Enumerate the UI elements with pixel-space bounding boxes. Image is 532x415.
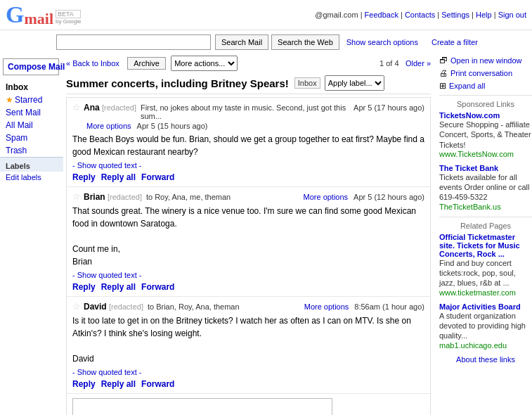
ad-link-2[interactable]: The Ticket Bank bbox=[439, 164, 498, 172]
search-input[interactable] bbox=[56, 34, 211, 50]
older-link[interactable]: Older » bbox=[406, 59, 431, 68]
search-web-button[interactable]: Search the Web bbox=[271, 34, 339, 50]
by-google: by Google bbox=[56, 18, 81, 25]
email-header-2: ☆ Brian [redacted] to Roy, Ana, me, them… bbox=[72, 191, 424, 202]
open-new-window-link[interactable]: Open in new window bbox=[450, 56, 522, 65]
signout-link[interactable]: Sign out bbox=[498, 11, 526, 19]
right-divider-2 bbox=[439, 217, 532, 217]
more-options-2[interactable]: More options bbox=[304, 193, 349, 201]
email-sender-2: Brian [redacted] bbox=[84, 192, 142, 202]
user-email: @gmail.com bbox=[315, 11, 358, 19]
related-desc-1: Find and buy concert tickets:rock, pop, … bbox=[439, 258, 532, 288]
related-pages-label: Related Pages bbox=[439, 222, 532, 230]
show-quoted-2[interactable]: - Show quoted text - bbox=[72, 271, 424, 279]
thread-nav-left: « Back to Inbox Archive More actions... bbox=[66, 56, 238, 71]
related-title-2: Major Activities Board bbox=[439, 302, 532, 311]
related-url-1: www.ticketmaster.com bbox=[439, 288, 532, 297]
print-conversation-item: 🖨 Print conversation bbox=[439, 68, 532, 78]
related-link-2[interactable]: Major Activities Board bbox=[439, 302, 521, 311]
email-block-2: ☆ Brian [redacted] to Roy, Ana, me, them… bbox=[67, 187, 430, 297]
reply-3[interactable]: Reply bbox=[72, 379, 96, 389]
thread-body: ☆ Ana [redacted] First, no jokes about m… bbox=[66, 97, 431, 415]
ad-desc-2: Tickets available for all events Order o… bbox=[439, 172, 532, 203]
email-body-1: The Beach Boys would be fun. Brian, shou… bbox=[72, 133, 424, 158]
search-bar: Search Mail Search the Web Show search o… bbox=[0, 30, 532, 53]
create-filter-link[interactable]: Create a filter bbox=[432, 38, 478, 46]
compose-button[interactable]: Compose Mail bbox=[3, 58, 59, 75]
contacts-link[interactable]: Contacts bbox=[405, 11, 435, 19]
email-sub-header-1: More options Apr 5 (15 hours ago) bbox=[86, 122, 424, 130]
expand-all-item: ⊞ Expand all bbox=[439, 81, 532, 91]
print-conversation-link[interactable]: Print conversation bbox=[450, 69, 512, 77]
related-block-1: Official Ticketmaster site. Tickets for … bbox=[439, 233, 532, 297]
sidebar-item-sent[interactable]: Sent Mail bbox=[0, 106, 63, 119]
email-body-3: Is it too late to get in on the Britney … bbox=[72, 314, 424, 365]
about-these-links[interactable]: About these links bbox=[439, 355, 532, 364]
reply-box bbox=[67, 394, 430, 415]
reply-2[interactable]: Reply bbox=[72, 282, 96, 292]
forward-2[interactable]: Forward bbox=[141, 282, 174, 292]
email-star-3[interactable]: ☆ bbox=[72, 301, 81, 312]
email-date-3: 8:56am (1 hour ago) bbox=[354, 302, 424, 311]
show-quoted-1[interactable]: - Show quoted text - bbox=[72, 161, 424, 170]
email-to-2: to Roy, Ana, me, theman bbox=[146, 193, 304, 201]
forward-3[interactable]: Forward bbox=[141, 379, 174, 389]
back-to-inbox-button[interactable]: « Back to Inbox bbox=[66, 59, 119, 68]
beta-badge: BETA bbox=[56, 10, 81, 18]
sidebar-item-inbox[interactable]: Inbox bbox=[0, 81, 63, 94]
reply-all-1[interactable]: Reply all bbox=[101, 172, 136, 182]
email-actions-1: Reply Reply all Forward bbox=[72, 172, 424, 182]
subject-bar: Summer concerts, including Britney Spear… bbox=[66, 72, 431, 94]
sidebar-item-starred[interactable]: ★Starred bbox=[0, 94, 63, 106]
sidebar-item-spam[interactable]: Spam bbox=[0, 132, 63, 144]
reply-textarea[interactable] bbox=[72, 398, 332, 415]
email-sender-1: Ana [redacted] bbox=[84, 103, 136, 113]
email-body-2: That sounds great. The winery is a nice … bbox=[72, 205, 424, 268]
ad-link-1[interactable]: TicketsNow.com bbox=[439, 111, 500, 120]
email-date-1: Apr 5 (17 hours ago) bbox=[353, 103, 424, 112]
more-actions-dropdown[interactable]: More actions... bbox=[171, 56, 238, 71]
content-area: « Back to Inbox Archive More actions... … bbox=[63, 53, 434, 415]
archive-button[interactable]: Archive bbox=[127, 57, 166, 70]
expand-all-link[interactable]: Expand all bbox=[449, 82, 485, 90]
more-options-1[interactable]: More options bbox=[86, 122, 131, 130]
related-url-2: mab1.uchicago.edu bbox=[439, 341, 532, 350]
apply-label-dropdown[interactable]: Apply label... bbox=[325, 75, 384, 91]
ad-desc-1: Secure Shopping - affiliate Concert, Spo… bbox=[439, 120, 532, 150]
related-link-1[interactable]: Official Ticketmaster site. Tickets for … bbox=[439, 233, 520, 258]
settings-link[interactable]: Settings bbox=[441, 11, 469, 19]
show-quoted-3[interactable]: - Show quoted text - bbox=[72, 368, 424, 376]
email-block-1: ☆ Ana [redacted] First, no jokes about m… bbox=[67, 98, 430, 187]
gmail-logo-g: G bbox=[6, 3, 24, 27]
top-bar-left: Gmail BETA by Google bbox=[6, 3, 89, 27]
reply-all-3[interactable]: Reply all bbox=[101, 379, 136, 389]
search-mail-button[interactable]: Search Mail bbox=[215, 34, 268, 50]
email-actions-2: Reply Reply all Forward bbox=[72, 282, 424, 292]
email-sender-3: David [redacted] bbox=[84, 302, 143, 312]
sidebar-item-trash[interactable]: Trash bbox=[0, 144, 63, 157]
print-icon: 🖨 bbox=[439, 68, 448, 78]
help-link[interactable]: Help bbox=[476, 11, 492, 19]
labels-section-header: Labels bbox=[0, 157, 63, 172]
email-star-2[interactable]: ☆ bbox=[72, 191, 81, 202]
search-links: Show search options Create a filter bbox=[346, 38, 484, 46]
sidebar-item-all[interactable]: All Mail bbox=[0, 119, 63, 132]
forward-1[interactable]: Forward bbox=[141, 172, 174, 182]
edit-labels-link[interactable]: Edit labels bbox=[0, 172, 63, 183]
ad-url-1: www.TicketsNow.com bbox=[439, 150, 532, 158]
inbox-badge: Inbox bbox=[294, 77, 320, 89]
ad-url-2: TheTicketBank.us bbox=[439, 203, 532, 211]
reply-all-2[interactable]: Reply all bbox=[101, 282, 136, 292]
more-options-3[interactable]: More options bbox=[304, 302, 349, 311]
show-search-options-link[interactable]: Show search options bbox=[346, 38, 418, 46]
email-star-1[interactable]: ☆ bbox=[72, 102, 81, 113]
open-window-icon: 🗗 bbox=[439, 56, 448, 65]
reply-1[interactable]: Reply bbox=[72, 172, 96, 182]
sidebar: Compose Mail Inbox ★Starred Sent Mail Al… bbox=[0, 53, 63, 415]
feedback-link[interactable]: Feedback bbox=[365, 11, 398, 19]
email-date-2: Apr 5 (12 hours ago) bbox=[353, 193, 424, 201]
ad-block-2: The Ticket Bank Tickets available for al… bbox=[439, 164, 532, 211]
thread-nav-top: « Back to Inbox Archive More actions... … bbox=[66, 53, 431, 72]
sponsored-links-label: Sponsored Links bbox=[439, 100, 532, 108]
top-bar: Gmail BETA by Google @gmail.com | Feedba… bbox=[0, 0, 532, 30]
